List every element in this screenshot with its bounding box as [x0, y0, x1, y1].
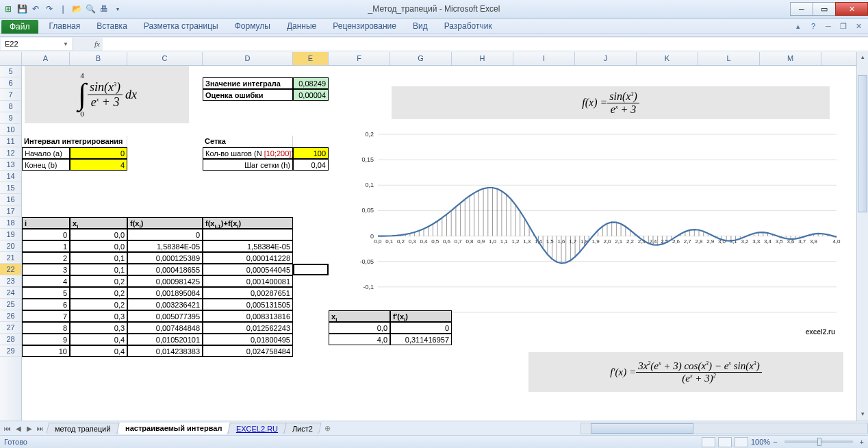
cell-d-fpxi[interactable]: 0,311416957: [390, 334, 452, 345]
namebox-dropdown-icon[interactable]: ▼: [63, 41, 68, 47]
ribbon-tab[interactable]: Разметка страницы: [136, 18, 227, 34]
label-error[interactable]: Оценка ошибки: [203, 89, 293, 101]
ribbon-tab[interactable]: Главная: [41, 18, 89, 34]
th-d-fpxi[interactable]: f'(xi): [390, 310, 452, 322]
name-box[interactable]: E22 ▼: [1, 38, 73, 50]
sheet-tab[interactable]: Лист2: [283, 423, 322, 434]
cell-d-xi[interactable]: 4,0: [329, 334, 390, 345]
row-header[interactable]: 21: [0, 252, 21, 264]
value-end[interactable]: 4: [70, 159, 127, 171]
label-step-h[interactable]: Шаг сетки (h): [203, 159, 293, 171]
hscroll-thumb[interactable]: [591, 423, 693, 434]
column-header[interactable]: I: [513, 52, 575, 65]
tab-prev-icon[interactable]: ◀: [14, 425, 23, 432]
ribbon-tab[interactable]: Данные: [279, 18, 324, 34]
cell-sum[interactable]: 0,012562243: [203, 322, 293, 334]
new-sheet-icon[interactable]: ⊕: [324, 424, 331, 433]
value-integral[interactable]: 0,08249: [293, 77, 329, 89]
cell-fxi[interactable]: 0,007484848: [127, 322, 203, 334]
cell-fxi[interactable]: 0,000981425: [127, 275, 203, 287]
minimize-button[interactable]: ─: [790, 2, 813, 16]
zoom-in-icon[interactable]: +: [860, 438, 864, 446]
tab-last-icon[interactable]: ⏭: [36, 425, 45, 432]
cell-i[interactable]: 5: [22, 287, 70, 299]
print-icon[interactable]: 🖶: [99, 3, 110, 14]
maximize-button[interactable]: ▭: [813, 2, 836, 16]
help-icon[interactable]: ?: [808, 21, 819, 32]
row-header[interactable]: 28: [0, 334, 21, 345]
page-layout-view-button[interactable]: [718, 437, 732, 447]
column-header[interactable]: D: [203, 52, 293, 65]
th-fxi[interactable]: f(xi): [127, 217, 203, 229]
cell-xi[interactable]: 0,3: [70, 310, 127, 322]
cell-i[interactable]: 7: [22, 310, 70, 322]
column-header[interactable]: H: [452, 52, 513, 65]
page-break-view-button[interactable]: [735, 437, 748, 447]
normal-view-button[interactable]: [702, 437, 715, 447]
tab-next-icon[interactable]: ▶: [25, 425, 34, 432]
row-header[interactable]: 12: [0, 147, 21, 159]
cells-area[interactable]: 4∫0 sin(x3)ex + 3 dx -0,15-0,1-0,0500,05…: [22, 66, 868, 421]
file-tab[interactable]: Файл: [1, 20, 38, 34]
label-steps[interactable]: Кол-во шагов (N [10;200]): [203, 147, 293, 159]
cell-i[interactable]: 6: [22, 299, 70, 310]
th-sum[interactable]: f(xi-1)+f(xi): [203, 217, 293, 229]
ribbon-tab[interactable]: Вид: [405, 18, 436, 34]
row-header[interactable]: 29: [0, 345, 21, 357]
column-header[interactable]: G: [390, 52, 452, 65]
column-header[interactable]: E: [293, 52, 329, 65]
scroll-down-icon[interactable]: ▾: [857, 409, 868, 421]
cell-i[interactable]: 9: [22, 334, 70, 345]
redo-icon[interactable]: ↷: [44, 3, 55, 14]
ribbon-minimize-icon[interactable]: ▴: [793, 21, 804, 32]
cell-sum[interactable]: [203, 229, 293, 240]
cell-i[interactable]: 3: [22, 264, 70, 275]
row-header[interactable]: 14: [0, 171, 21, 182]
ribbon-tab[interactable]: Вставка: [88, 18, 136, 34]
value-step-h[interactable]: 0,04: [293, 159, 329, 171]
fx-icon[interactable]: fx: [92, 40, 103, 48]
column-header[interactable]: C: [127, 52, 203, 65]
ribbon-tab[interactable]: Рецензирование: [324, 18, 405, 34]
cell-xi[interactable]: 0,4: [70, 334, 127, 345]
cell-i[interactable]: 2: [22, 252, 70, 264]
cell-fxi[interactable]: 0,000418655: [127, 264, 203, 275]
cell-xi[interactable]: 0,1: [70, 264, 127, 275]
row-header[interactable]: 27: [0, 322, 21, 334]
cell-i[interactable]: 0: [22, 229, 70, 240]
column-header[interactable]: L: [698, 52, 760, 65]
sheet-tab[interactable]: EXCEL2.RU: [227, 423, 287, 434]
column-header[interactable]: F: [329, 52, 390, 65]
label-start[interactable]: Начало (а): [22, 147, 70, 159]
grid-header[interactable]: Сетка: [203, 136, 293, 147]
cell-fxi[interactable]: 0,000125389: [127, 252, 203, 264]
open-icon[interactable]: 📂: [71, 3, 82, 14]
qat-dropdown-icon[interactable]: ▾: [112, 3, 123, 14]
row-header[interactable]: 24: [0, 287, 21, 299]
row-header[interactable]: 25: [0, 299, 21, 310]
row-header[interactable]: 26: [0, 310, 21, 322]
cell-fxi[interactable]: 0,001895084: [127, 287, 203, 299]
cell-fxi[interactable]: 0,014238383: [127, 345, 203, 357]
cell-fxi[interactable]: 0,010520101: [127, 334, 203, 345]
preview-icon[interactable]: 🔍: [85, 3, 96, 14]
cell-sum[interactable]: 0,024758484: [203, 345, 293, 357]
ribbon-tab[interactable]: Разработчик: [436, 18, 500, 34]
cell-sum[interactable]: 0,01800495: [203, 334, 293, 345]
sheet-tab[interactable]: настраиваемый интервал: [116, 423, 231, 434]
th-d-xi[interactable]: xi: [329, 310, 390, 322]
row-header[interactable]: 9: [0, 112, 21, 124]
cell-sum[interactable]: 0,00287651: [203, 287, 293, 299]
row-header[interactable]: 6: [0, 77, 21, 89]
cell-i[interactable]: 1: [22, 240, 70, 252]
cell-d-fpxi[interactable]: 0: [390, 322, 452, 334]
tab-first-icon[interactable]: ⏮: [3, 425, 12, 432]
horizontal-scrollbar[interactable]: [580, 423, 868, 434]
cell-sum[interactable]: 1,58384E-05: [203, 240, 293, 252]
cell-fxi[interactable]: 1,58384E-05: [127, 240, 203, 252]
zoom-slider[interactable]: [784, 440, 853, 443]
column-header[interactable]: B: [70, 52, 127, 65]
cell-fxi[interactable]: 0,003236421: [127, 299, 203, 310]
select-all-corner[interactable]: [0, 52, 22, 65]
window-close-icon[interactable]: ✕: [853, 21, 864, 32]
